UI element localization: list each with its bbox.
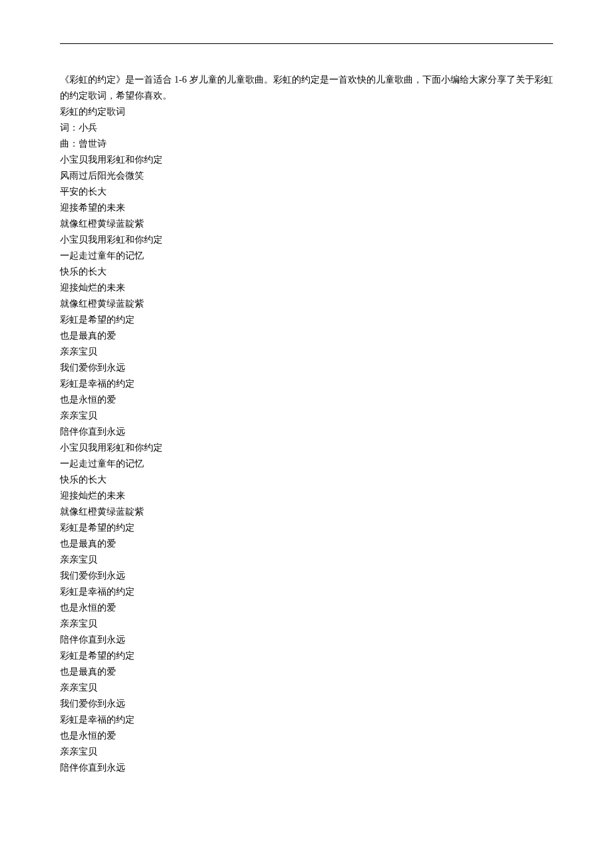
- lyrics-line: 我们爱你到永远: [60, 568, 553, 584]
- lyrics-line: 陪伴你直到永远: [60, 632, 553, 648]
- lyrics-line: 我们爱你到永远: [60, 360, 553, 376]
- lyrics-line: 词：小兵: [60, 120, 553, 136]
- lyrics-line: 一起走过童年的记忆: [60, 248, 553, 264]
- lyrics-line: 也是最真的爱: [60, 328, 553, 344]
- lyrics-line: 也是永恒的爱: [60, 728, 553, 744]
- lyrics-line: 曲：曾世诗: [60, 136, 553, 152]
- lyrics-line: 平安的长大: [60, 184, 553, 200]
- intro-paragraph: 《彩虹的约定》是一首适合 1-6 岁儿童的儿童歌曲。彩虹的约定是一首欢快的儿童歌…: [60, 72, 553, 104]
- lyrics-line: 彩虹是希望的约定: [60, 520, 553, 536]
- lyrics-line: 彩虹是希望的约定: [60, 648, 553, 664]
- lyrics-line: 我们爱你到永远: [60, 696, 553, 712]
- lyrics-line: 就像红橙黄绿蓝靛紫: [60, 504, 553, 520]
- lyrics-line: 风雨过后阳光会微笑: [60, 168, 553, 184]
- lyrics-line: 就像红橙黄绿蓝靛紫: [60, 296, 553, 312]
- lyrics-line: 也是最真的爱: [60, 664, 553, 680]
- lyrics-line: 小宝贝我用彩虹和你约定: [60, 440, 553, 456]
- lyrics-line: 亲亲宝贝: [60, 552, 553, 568]
- lyrics-line: 迎接灿烂的未来: [60, 280, 553, 296]
- lyrics-line: 也是最真的爱: [60, 536, 553, 552]
- lyrics-line: 彩虹的约定歌词: [60, 104, 553, 120]
- lyrics-line: 陪伴你直到永远: [60, 424, 553, 440]
- lyrics-line: 亲亲宝贝: [60, 408, 553, 424]
- lyrics-line: 亲亲宝贝: [60, 344, 553, 360]
- horizontal-divider: [60, 43, 553, 44]
- lyrics-line: 快乐的长大: [60, 264, 553, 280]
- lyrics-line: 小宝贝我用彩虹和你约定: [60, 152, 553, 168]
- lyrics-line: 迎接希望的未来: [60, 200, 553, 216]
- lyrics-line: 亲亲宝贝: [60, 616, 553, 632]
- lyrics-container: 彩虹的约定歌词词：小兵曲：曾世诗小宝贝我用彩虹和你约定风雨过后阳光会微笑平安的长…: [60, 104, 553, 776]
- lyrics-line: 小宝贝我用彩虹和你约定: [60, 232, 553, 248]
- lyrics-line: 就像红橙黄绿蓝靛紫: [60, 216, 553, 232]
- lyrics-line: 迎接灿烂的未来: [60, 488, 553, 504]
- lyrics-line: 也是永恒的爱: [60, 392, 553, 408]
- lyrics-line: 也是永恒的爱: [60, 600, 553, 616]
- lyrics-line: 陪伴你直到永远: [60, 760, 553, 776]
- lyrics-line: 亲亲宝贝: [60, 744, 553, 760]
- lyrics-line: 一起走过童年的记忆: [60, 456, 553, 472]
- lyrics-line: 彩虹是幸福的约定: [60, 712, 553, 728]
- lyrics-line: 亲亲宝贝: [60, 680, 553, 696]
- lyrics-line: 彩虹是希望的约定: [60, 312, 553, 328]
- lyrics-line: 彩虹是幸福的约定: [60, 584, 553, 600]
- lyrics-line: 快乐的长大: [60, 472, 553, 488]
- lyrics-line: 彩虹是幸福的约定: [60, 376, 553, 392]
